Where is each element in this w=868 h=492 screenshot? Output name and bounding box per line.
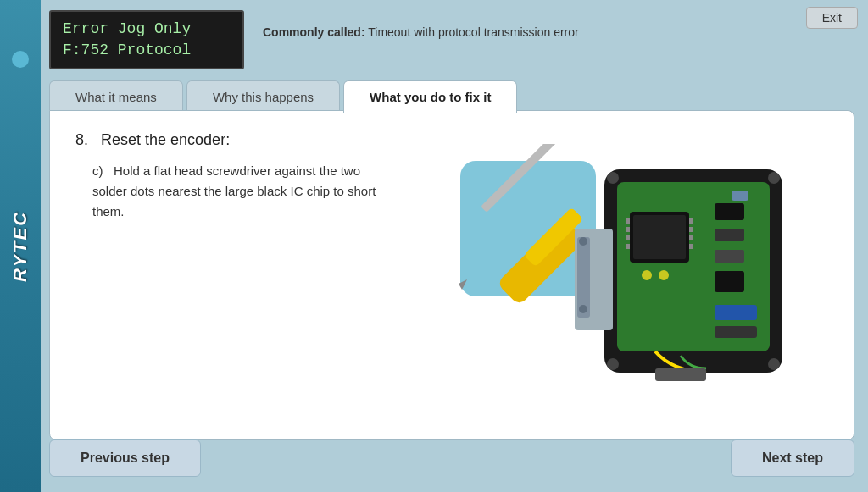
commonly-called-value: Timeout with protocol transmission error [368, 25, 578, 39]
main-content: 8. Reset the encoder: c) Hold a flat hea… [49, 110, 854, 440]
svg-rect-16 [689, 244, 693, 249]
svg-rect-10 [626, 227, 630, 232]
svg-point-26 [607, 172, 619, 184]
svg-rect-14 [689, 227, 693, 232]
error-line2: F:752 Protocol [63, 40, 231, 61]
tab-why-this-happens[interactable]: Why this happens [186, 80, 340, 113]
svg-rect-11 [626, 235, 630, 240]
next-step-button[interactable]: Next step [731, 439, 854, 477]
svg-rect-9 [626, 218, 630, 224]
svg-rect-12 [626, 244, 630, 249]
svg-rect-22 [715, 271, 744, 292]
substep-text: Hold a flat head screwdriver against the… [92, 163, 376, 218]
sidebar: RYTEC [0, 0, 41, 492]
encoder-svg [443, 144, 799, 406]
svg-rect-20 [715, 229, 744, 241]
svg-rect-13 [689, 218, 693, 224]
commonly-called: Commonly called: Timeout with protocol t… [263, 25, 579, 39]
svg-point-18 [659, 270, 669, 280]
substep-label: c) [92, 163, 103, 178]
svg-rect-15 [689, 235, 693, 240]
svg-rect-8 [633, 215, 686, 259]
svg-rect-19 [715, 203, 744, 220]
sidebar-logo: RYTEC [9, 210, 31, 281]
svg-rect-21 [715, 250, 744, 263]
step-title-text: Reset the encoder: [101, 131, 230, 148]
tab-what-it-means[interactable]: What it means [49, 80, 183, 113]
commonly-called-label: Commonly called: [263, 25, 365, 39]
svg-rect-30 [655, 368, 706, 381]
svg-rect-23 [732, 191, 748, 201]
error-line1: Error Jog Only [63, 19, 231, 40]
step-title: 8. Reset the encoder: [75, 131, 398, 149]
text-area: 8. Reset the encoder: c) Hold a flat hea… [75, 131, 398, 419]
step-substep: c) Hold a flat head screwdriver against … [92, 161, 398, 222]
image-area [415, 131, 828, 419]
svg-point-29 [768, 358, 780, 370]
svg-point-17 [642, 270, 652, 280]
previous-step-button[interactable]: Previous step [49, 439, 201, 477]
exit-button[interactable]: Exit [806, 7, 858, 29]
svg-point-27 [768, 172, 780, 184]
svg-rect-25 [715, 326, 757, 338]
svg-point-28 [607, 358, 619, 370]
sidebar-dot [12, 51, 29, 68]
tabs-container: What it means Why this happens What you … [49, 80, 854, 113]
step-number: 8. [75, 131, 88, 148]
svg-point-34 [579, 305, 587, 313]
svg-point-33 [579, 237, 587, 246]
bottom-nav: Previous step Next step [49, 439, 854, 477]
tab-what-you-do[interactable]: What you do to fix it [343, 80, 517, 113]
svg-rect-24 [715, 305, 757, 320]
error-display: Error Jog Only F:752 Protocol [49, 10, 244, 69]
encoder-illustration [415, 140, 828, 411]
